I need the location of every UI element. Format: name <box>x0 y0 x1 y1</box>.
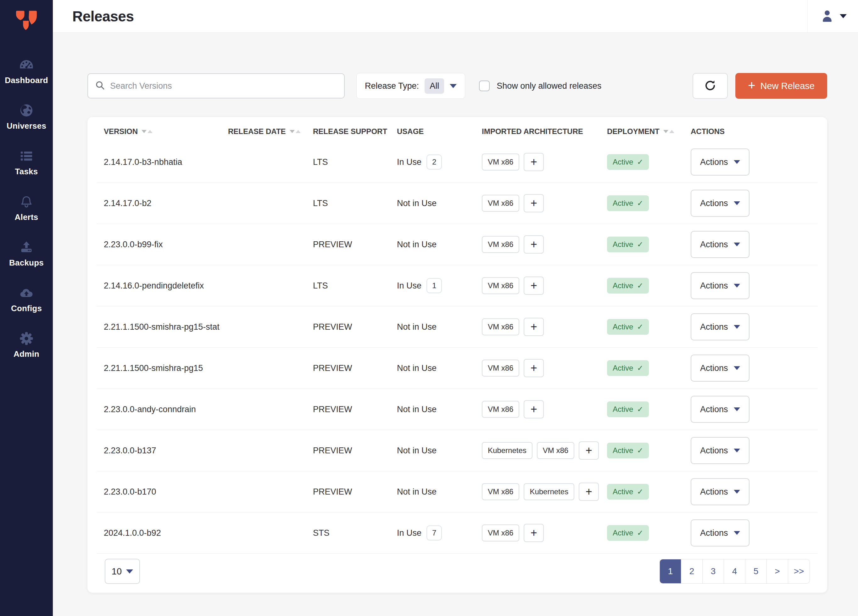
column-header-deployment[interactable]: DEPLOYMENT <box>607 127 691 136</box>
status-label: Active <box>613 158 633 166</box>
actions-dropdown-button[interactable]: Actions <box>691 520 749 546</box>
release-type-dropdown[interactable]: Release Type: All <box>356 73 465 99</box>
release-support-cell: LTS <box>313 199 397 208</box>
page-button-2[interactable]: 2 <box>681 559 703 583</box>
sidebar-item-backups[interactable]: Backups <box>0 232 53 277</box>
add-architecture-button[interactable]: + <box>524 400 544 418</box>
last-page-button[interactable]: >> <box>788 559 810 583</box>
search-input[interactable] <box>110 81 337 91</box>
architecture-chip[interactable]: VM x86 <box>482 359 519 376</box>
search-box <box>87 73 345 98</box>
check-icon: ✓ <box>637 158 643 166</box>
actions-cell: Actions <box>691 355 818 382</box>
actions-dropdown-button[interactable]: Actions <box>691 190 749 217</box>
new-release-button[interactable]: + New Release <box>735 73 827 99</box>
sidebar-item-configs[interactable]: Configs <box>0 277 53 323</box>
actions-dropdown-button[interactable]: Actions <box>691 437 749 464</box>
main-content: Release Type: All Show only allowed rele… <box>53 33 858 616</box>
usage-label: Not in Use <box>397 240 437 249</box>
show-allowed-toggle: Show only allowed releases <box>479 81 602 91</box>
add-architecture-button[interactable]: + <box>524 153 544 171</box>
page-button-3[interactable]: 3 <box>703 559 724 583</box>
pagination: 10 12345>>> <box>97 559 818 584</box>
actions-label: Actions <box>700 157 728 167</box>
actions-cell: Actions <box>691 272 818 299</box>
show-allowed-checkbox[interactable] <box>479 81 490 91</box>
gauge-icon <box>19 57 34 72</box>
actions-dropdown-button[interactable]: Actions <box>691 148 749 176</box>
add-architecture-button[interactable]: + <box>524 318 544 336</box>
add-architecture-button[interactable]: + <box>524 194 544 212</box>
column-header-release-date[interactable]: RELEASE DATE <box>228 127 313 136</box>
chevron-down-icon <box>734 160 740 164</box>
version-cell: 2.23.0.0-b170 <box>97 487 228 497</box>
architecture-chip[interactable]: VM x86 <box>482 154 519 171</box>
table-row: 2.21.1.1500-smishra-pg15PREVIEWNot in Us… <box>97 348 818 389</box>
sidebar-item-admin[interactable]: Admin <box>0 323 53 369</box>
actions-dropdown-button[interactable]: Actions <box>691 396 749 423</box>
usage-label: Not in Use <box>397 446 437 456</box>
architecture-chip[interactable]: VM x86 <box>482 277 519 294</box>
architecture-chip[interactable]: VM x86 <box>482 483 519 500</box>
add-architecture-button[interactable]: + <box>579 442 599 460</box>
architecture-cell: VM x86+ <box>482 359 607 377</box>
actions-label: Actions <box>700 528 728 538</box>
next-page-button[interactable]: > <box>767 559 788 583</box>
chevron-down-icon <box>734 201 740 205</box>
status-badge: Active✓ <box>607 154 649 170</box>
sidebar-item-tasks[interactable]: Tasks <box>0 140 53 186</box>
page-button-1[interactable]: 1 <box>660 559 681 583</box>
sidebar-item-dashboard[interactable]: Dashboard <box>0 49 53 95</box>
sidebar-item-alerts[interactable]: Alerts <box>0 186 53 232</box>
architecture-chip[interactable]: Kubernetes <box>482 442 533 459</box>
add-architecture-button[interactable]: + <box>579 482 599 501</box>
add-architecture-button[interactable]: + <box>524 359 544 377</box>
architecture-chip[interactable]: VM x86 <box>482 401 519 418</box>
architecture-chip[interactable]: VM x86 <box>537 442 574 459</box>
page-button-4[interactable]: 4 <box>724 559 745 583</box>
page-size-dropdown[interactable]: 10 <box>105 559 140 584</box>
check-icon: ✓ <box>637 529 643 537</box>
status-label: Active <box>613 322 633 331</box>
usage-cell: Not in Use <box>397 363 482 373</box>
table-row: 2.14.16.0-pendingdeletefixLTSIn Use1VM x… <box>97 265 818 306</box>
version-cell: 2.21.1.1500-smishra-pg15 <box>97 363 228 373</box>
column-header-label: DEPLOYMENT <box>607 127 659 136</box>
architecture-chip[interactable]: VM x86 <box>482 524 519 541</box>
usage-cell: Not in Use <box>397 487 482 497</box>
sidebar-item-universes[interactable]: Universes <box>0 95 53 140</box>
pager: 12345>>> <box>659 559 810 583</box>
sort-down-icon <box>141 130 146 133</box>
actions-dropdown-button[interactable]: Actions <box>691 272 749 299</box>
add-architecture-button[interactable]: + <box>524 277 544 295</box>
usage-cell: Not in Use <box>397 322 482 332</box>
topbar: Releases <box>53 0 858 33</box>
table-row: 2.14.17.0-b3-nbhatiaLTSIn Use2VM x86+Act… <box>97 142 818 183</box>
page-button-5[interactable]: 5 <box>745 559 767 583</box>
architecture-chip[interactable]: VM x86 <box>482 318 519 335</box>
actions-dropdown-button[interactable]: Actions <box>691 313 749 341</box>
yugabyte-logo-icon[interactable] <box>16 7 37 34</box>
actions-dropdown-button[interactable]: Actions <box>691 231 749 258</box>
release-support-cell: PREVIEW <box>313 322 397 332</box>
deployment-cell: Active✓ <box>607 154 691 170</box>
add-architecture-button[interactable]: + <box>524 524 544 542</box>
show-allowed-label: Show only allowed releases <box>497 81 602 91</box>
refresh-button[interactable] <box>693 73 728 99</box>
bell-icon <box>19 194 34 209</box>
architecture-chip[interactable]: VM x86 <box>482 236 519 253</box>
search-icon <box>95 80 105 92</box>
status-label: Active <box>613 529 633 537</box>
actions-dropdown-button[interactable]: Actions <box>691 478 749 505</box>
architecture-chip[interactable]: VM x86 <box>482 195 519 212</box>
column-header-label: IMPORTED ARCHITECTURE <box>482 127 583 136</box>
table-row: 2.23.0.0-b99-fixPREVIEWNot in UseVM x86+… <box>97 224 818 265</box>
architecture-chip[interactable]: Kubernetes <box>524 483 574 500</box>
table-row: 2024.1.0.0-b92STSIn Use7VM x86+Active✓Ac… <box>97 512 818 554</box>
actions-dropdown-button[interactable]: Actions <box>691 355 749 382</box>
column-header-version[interactable]: VERSION <box>97 127 228 136</box>
user-menu[interactable] <box>807 0 858 33</box>
add-architecture-button[interactable]: + <box>524 235 544 254</box>
table-row: 2.21.1.1500-smishra-pg15-statPREVIEWNot … <box>97 306 818 348</box>
deployment-cell: Active✓ <box>607 525 691 541</box>
